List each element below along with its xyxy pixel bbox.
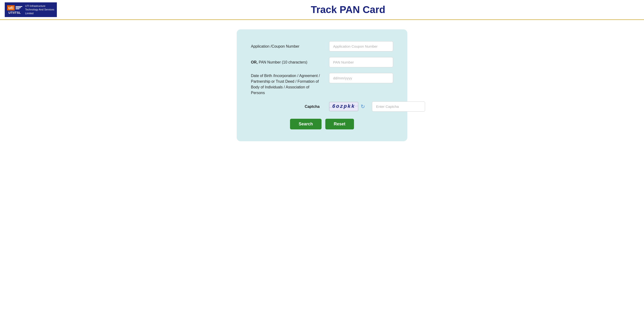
uti-lines <box>16 6 22 9</box>
uti-line-1 <box>16 6 22 7</box>
logo-uti: uti UTIITSL <box>7 5 22 14</box>
main-content: Application /Coupon Number OR, PAN Numbe… <box>0 20 644 151</box>
dob-row: Date of Birth /Incorporation / Agreement… <box>251 73 393 96</box>
captcha-label: Captcha <box>251 104 322 109</box>
reset-button[interactable]: Reset <box>325 119 354 130</box>
uti-line-3 <box>16 8 20 9</box>
page-title: Track PAN Card <box>57 4 639 16</box>
logo-uti-top: uti <box>7 5 22 10</box>
logo-box: uti UTIITSL UTI Infrastructure Technolog… <box>5 2 57 17</box>
dob-input[interactable] <box>329 73 393 83</box>
utiitsl-label: UTIITSL <box>8 11 21 14</box>
form-card: Application /Coupon Number OR, PAN Numbe… <box>237 30 407 141</box>
captcha-input-area <box>372 102 425 112</box>
captcha-input[interactable] <box>372 102 425 112</box>
pan-label: OR, PAN Number (10 characters) <box>251 60 322 65</box>
coupon-row: Application /Coupon Number <box>251 41 393 52</box>
captcha-image-area: 6ozpkk ↻ <box>329 102 365 111</box>
pan-input[interactable] <box>329 57 393 67</box>
captcha-image: 6ozpkk <box>329 102 358 111</box>
dob-label: Date of Birth /Incorporation / Agreement… <box>251 73 322 96</box>
page-header: uti UTIITSL UTI Infrastructure Technolog… <box>0 0 644 20</box>
captcha-refresh-icon[interactable]: ↻ <box>360 104 365 110</box>
search-button[interactable]: Search <box>290 119 321 130</box>
or-text: OR, <box>251 60 258 64</box>
uti-orange-box: uti <box>7 5 15 10</box>
logo-container: uti UTIITSL UTI Infrastructure Technolog… <box>5 2 57 17</box>
pan-label-suffix: PAN Number (10 characters) <box>258 60 307 64</box>
coupon-label: Application /Coupon Number <box>251 44 322 49</box>
buttons-row: Search Reset <box>251 119 393 130</box>
pan-row: OR, PAN Number (10 characters) <box>251 57 393 67</box>
coupon-input[interactable] <box>329 41 393 52</box>
company-name: UTI Infrastructure Technology And Servic… <box>24 4 54 15</box>
uti-line-2 <box>16 7 21 8</box>
captcha-row: Captcha 6ozpkk ↻ <box>251 102 393 112</box>
